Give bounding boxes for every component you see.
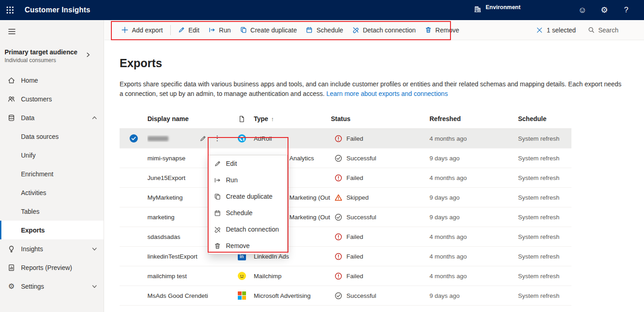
context-menu-schedule[interactable]: Schedule bbox=[209, 205, 287, 221]
header-schedule[interactable]: Schedule bbox=[518, 115, 571, 122]
refreshed-cell: 9 days ago bbox=[429, 292, 518, 299]
context-menu-create-duplicate[interactable]: Create duplicate bbox=[209, 188, 287, 205]
search-input[interactable]: Search bbox=[588, 26, 618, 34]
table-row[interactable]: sdasdsadas Failed 4 months ago System re… bbox=[120, 227, 571, 247]
schedule-cell: System refresh bbox=[518, 292, 571, 299]
table-header-row: Display name Type ↑ Status Refreshed Sch… bbox=[120, 109, 571, 129]
calendar-icon bbox=[306, 26, 313, 33]
add-export-button[interactable]: Add export bbox=[117, 22, 168, 38]
edit-pencil-icon bbox=[214, 160, 221, 167]
status-skipped-icon bbox=[335, 194, 342, 201]
status-failed-icon bbox=[335, 174, 342, 182]
table-row[interactable]: MsAds Good Crendetial... Microsoft Adver… bbox=[120, 286, 571, 306]
feedback-smiley-icon[interactable]: ☺ bbox=[575, 2, 590, 18]
chevron-down-icon bbox=[92, 284, 97, 289]
detach-icon bbox=[214, 226, 221, 233]
table-row[interactable]: mimi-synapse Analytics Successful 9 days… bbox=[120, 148, 571, 168]
header-status[interactable]: Status bbox=[331, 115, 429, 122]
copy-icon bbox=[214, 193, 221, 200]
context-menu-run[interactable]: Run bbox=[209, 172, 287, 188]
people-icon bbox=[8, 95, 15, 103]
environment-picker[interactable]: Environment bbox=[474, 0, 520, 20]
gear-icon: ⚙ bbox=[8, 283, 15, 290]
header-type[interactable]: Type ↑ bbox=[250, 115, 331, 122]
sidebar-item-unify[interactable]: Unify bbox=[0, 146, 104, 164]
table-row[interactable]: June15Export Failed 4 months ago System … bbox=[120, 168, 571, 188]
detach-connection-button[interactable]: Detach connection bbox=[348, 22, 420, 38]
status-text: Failed bbox=[346, 253, 363, 260]
header-display-name[interactable]: Display name bbox=[147, 115, 208, 122]
sidebar-item-data-sources[interactable]: Data sources bbox=[0, 127, 104, 146]
sidebar-item-activities[interactable]: Activities bbox=[0, 183, 104, 202]
sort-ascending-icon: ↑ bbox=[271, 116, 274, 122]
row-checkbox-checked[interactable] bbox=[130, 134, 138, 143]
context-menu-detach-connection[interactable]: Detach connection bbox=[209, 221, 287, 238]
detach-icon bbox=[352, 26, 359, 33]
table-row[interactable]: mailchimp test Mailchimp Failed 4 months… bbox=[120, 266, 571, 286]
row-more-options-icon[interactable]: ⋮ bbox=[212, 134, 223, 143]
sidebar-item-reports-preview[interactable]: Reports (Preview) bbox=[0, 258, 104, 277]
sidebar-item-data[interactable]: Data bbox=[0, 108, 104, 127]
environment-icon bbox=[474, 5, 482, 13]
table-row[interactable]: ⋮ AdRoll Failed 4 months ago System refr… bbox=[120, 129, 571, 148]
learn-more-link[interactable]: Learn more about exports and connections bbox=[326, 90, 448, 97]
sidebar-collapse-hamburger-icon[interactable] bbox=[7, 26, 17, 37]
trash-icon bbox=[425, 26, 432, 33]
sidebar-item-home[interactable]: Home bbox=[0, 71, 104, 90]
page-title: Exports bbox=[120, 57, 644, 70]
status-text: Failed bbox=[346, 135, 363, 142]
status-failed-icon bbox=[335, 135, 342, 143]
refreshed-cell: 9 days ago bbox=[429, 214, 518, 221]
create-duplicate-button[interactable]: Create duplicate bbox=[236, 22, 302, 38]
file-icon bbox=[233, 116, 250, 122]
status-text: Successful bbox=[346, 292, 376, 299]
status-text: Failed bbox=[346, 273, 363, 280]
calendar-icon bbox=[214, 210, 221, 217]
context-menu-remove[interactable]: Remove bbox=[209, 238, 287, 254]
schedule-button[interactable]: Schedule bbox=[301, 22, 347, 38]
status-text: Failed bbox=[346, 175, 363, 181]
refreshed-cell: 4 months ago bbox=[429, 175, 518, 181]
sidebar-item-enrichment[interactable]: Enrichment bbox=[0, 164, 104, 183]
settings-gear-icon[interactable]: ⚙ bbox=[597, 2, 612, 18]
sidebar-item-insights[interactable]: Insights bbox=[0, 239, 104, 258]
schedule-cell: System refresh bbox=[518, 253, 571, 260]
redacted-display-name bbox=[147, 136, 168, 141]
status-text: Successful bbox=[346, 214, 376, 221]
table-row[interactable]: linkedinTestExport in LinkedIn Ads Faile… bbox=[120, 247, 571, 266]
rename-pencil-icon[interactable] bbox=[199, 135, 206, 142]
sidebar-item-tables[interactable]: Tables bbox=[0, 202, 104, 221]
remove-button[interactable]: Remove bbox=[420, 22, 464, 38]
help-icon[interactable]: ? bbox=[618, 2, 634, 18]
environment-label: Environment bbox=[486, 4, 520, 11]
run-button[interactable]: Run bbox=[204, 22, 236, 38]
context-menu-edit[interactable]: Edit bbox=[209, 155, 287, 172]
status-failed-icon bbox=[335, 272, 342, 280]
sidebar-item-customers[interactable]: Customers bbox=[0, 90, 104, 108]
edit-button[interactable]: Edit bbox=[173, 22, 204, 38]
sidebar-item-exports[interactable]: Exports bbox=[0, 221, 104, 239]
table-row[interactable]: MyMarketing Marketing (Out Skipped 9 day… bbox=[120, 188, 571, 207]
add-icon bbox=[121, 26, 128, 33]
status-success-icon bbox=[335, 292, 342, 300]
microsoft-icon bbox=[238, 291, 246, 300]
page-description: Exports share specific data with various… bbox=[120, 79, 623, 99]
table-row[interactable]: marketing Marketing (Out Successful 9 da… bbox=[120, 207, 571, 227]
status-text: Skipped bbox=[346, 194, 369, 201]
audience-title: Primary target audience bbox=[5, 48, 99, 56]
schedule-cell: System refresh bbox=[518, 214, 571, 221]
header-refreshed[interactable]: Refreshed bbox=[429, 115, 518, 122]
sidebar-nav: Home Customers Data D bbox=[0, 71, 104, 296]
sidebar-item-settings[interactable]: ⚙ Settings bbox=[0, 277, 104, 296]
status-text: Successful bbox=[346, 155, 376, 162]
refreshed-cell: 9 days ago bbox=[429, 155, 518, 162]
selected-count: 1 selected bbox=[547, 26, 576, 34]
app-launcher-waffle-icon[interactable] bbox=[0, 0, 20, 20]
audience-picker[interactable]: Primary target audience Individual consu… bbox=[5, 48, 99, 63]
home-icon bbox=[8, 77, 15, 84]
refreshed-cell: 4 months ago bbox=[429, 135, 518, 142]
edit-pencil-icon bbox=[178, 26, 185, 33]
status-success-icon bbox=[335, 213, 342, 221]
command-bar: Add export Edit Run Create duplicate Sc bbox=[105, 20, 644, 40]
clear-selection-button[interactable]: 1 selected bbox=[536, 26, 576, 34]
